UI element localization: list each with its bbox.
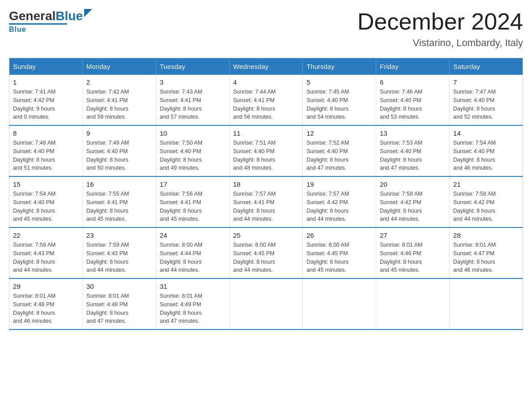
calendar-cell: 21 Sunrise: 7:58 AM Sunset: 4:42 PM Dayl…: [450, 176, 523, 227]
day-number: 12: [306, 129, 372, 137]
day-number: 11: [233, 129, 299, 137]
calendar-cell: 2 Sunrise: 7:42 AM Sunset: 4:41 PM Dayli…: [82, 75, 156, 125]
day-info: Sunrise: 7:51 AM Sunset: 4:40 PM Dayligh…: [233, 139, 299, 172]
day-number: 17: [160, 180, 226, 188]
calendar-cell: 24 Sunrise: 8:00 AM Sunset: 4:44 PM Dayl…: [156, 227, 229, 278]
day-number: 19: [306, 180, 372, 188]
day-info: Sunrise: 7:48 AM Sunset: 4:40 PM Dayligh…: [13, 139, 79, 172]
calendar-cell: 14 Sunrise: 7:54 AM Sunset: 4:40 PM Dayl…: [450, 125, 523, 176]
week-row-2: 8 Sunrise: 7:48 AM Sunset: 4:40 PM Dayli…: [9, 125, 523, 176]
day-header-sunday: Sunday: [9, 58, 83, 75]
calendar-cell: 23 Sunrise: 7:59 AM Sunset: 4:43 PM Dayl…: [82, 227, 156, 278]
day-info: Sunrise: 8:01 AM Sunset: 4:48 PM Dayligh…: [86, 292, 152, 325]
calendar-cell: 31 Sunrise: 8:01 AM Sunset: 4:49 PM Dayl…: [156, 278, 229, 330]
day-info: Sunrise: 7:47 AM Sunset: 4:40 PM Dayligh…: [453, 88, 519, 121]
calendar-cell: 12 Sunrise: 7:52 AM Sunset: 4:40 PM Dayl…: [303, 125, 376, 176]
day-info: Sunrise: 7:43 AM Sunset: 4:41 PM Dayligh…: [160, 88, 226, 121]
week-row-5: 29 Sunrise: 8:01 AM Sunset: 4:48 PM Dayl…: [9, 278, 523, 330]
day-number: 16: [86, 180, 152, 188]
day-info: Sunrise: 7:41 AM Sunset: 4:42 PM Dayligh…: [13, 88, 79, 121]
calendar-cell: 7 Sunrise: 7:47 AM Sunset: 4:40 PM Dayli…: [450, 75, 523, 125]
day-number: 25: [233, 231, 299, 239]
day-info: Sunrise: 8:00 AM Sunset: 4:44 PM Dayligh…: [160, 241, 226, 274]
day-info: Sunrise: 8:00 AM Sunset: 4:45 PM Dayligh…: [306, 241, 372, 274]
day-number: 18: [233, 180, 299, 188]
calendar-cell: 17 Sunrise: 7:56 AM Sunset: 4:41 PM Dayl…: [156, 176, 229, 227]
day-info: Sunrise: 8:01 AM Sunset: 4:48 PM Dayligh…: [13, 292, 79, 325]
calendar-cell: [450, 278, 523, 330]
day-number: 6: [380, 78, 446, 86]
calendar-cell: 13 Sunrise: 7:53 AM Sunset: 4:40 PM Dayl…: [376, 125, 450, 176]
day-number: 2: [86, 78, 152, 86]
day-info: Sunrise: 7:57 AM Sunset: 4:42 PM Dayligh…: [306, 190, 372, 223]
calendar-table: SundayMondayTuesdayWednesdayThursdayFrid…: [9, 58, 523, 330]
day-info: Sunrise: 7:54 AM Sunset: 4:40 PM Dayligh…: [453, 139, 519, 172]
day-info: Sunrise: 7:45 AM Sunset: 4:40 PM Dayligh…: [306, 88, 372, 121]
day-header-friday: Friday: [376, 58, 450, 75]
day-info: Sunrise: 7:50 AM Sunset: 4:40 PM Dayligh…: [160, 139, 226, 172]
day-info: Sunrise: 7:54 AM Sunset: 4:40 PM Dayligh…: [13, 190, 79, 223]
calendar-cell: 1 Sunrise: 7:41 AM Sunset: 4:42 PM Dayli…: [9, 75, 83, 125]
day-info: Sunrise: 8:00 AM Sunset: 4:45 PM Dayligh…: [233, 241, 299, 274]
page-header: General Blue Blue December 2024 Vistarin…: [9, 9, 523, 49]
day-number: 30: [86, 283, 152, 290]
day-number: 8: [13, 129, 79, 137]
calendar-cell: 11 Sunrise: 7:51 AM Sunset: 4:40 PM Dayl…: [229, 125, 303, 176]
day-info: Sunrise: 7:57 AM Sunset: 4:41 PM Dayligh…: [233, 190, 299, 223]
day-number: 4: [233, 78, 299, 86]
week-row-1: 1 Sunrise: 7:41 AM Sunset: 4:42 PM Dayli…: [9, 75, 523, 125]
day-number: 26: [306, 231, 372, 239]
calendar-cell: 22 Sunrise: 7:59 AM Sunset: 4:43 PM Dayl…: [9, 227, 83, 278]
day-number: 31: [160, 283, 226, 290]
day-number: 24: [160, 231, 226, 239]
day-info: Sunrise: 7:44 AM Sunset: 4:41 PM Dayligh…: [233, 88, 299, 121]
day-number: 9: [86, 129, 152, 137]
logo-tagline: Blue: [9, 26, 26, 34]
calendar-cell: 18 Sunrise: 7:57 AM Sunset: 4:41 PM Dayl…: [229, 176, 303, 227]
day-header-saturday: Saturday: [450, 58, 523, 75]
day-header-thursday: Thursday: [303, 58, 376, 75]
day-number: 23: [86, 231, 152, 239]
day-info: Sunrise: 7:55 AM Sunset: 4:41 PM Dayligh…: [86, 190, 152, 223]
calendar-cell: 26 Sunrise: 8:00 AM Sunset: 4:45 PM Dayl…: [303, 227, 376, 278]
day-info: Sunrise: 7:46 AM Sunset: 4:40 PM Dayligh…: [380, 88, 446, 121]
day-info: Sunrise: 7:59 AM Sunset: 4:43 PM Dayligh…: [86, 241, 152, 274]
day-number: 28: [453, 231, 519, 239]
day-info: Sunrise: 7:49 AM Sunset: 4:40 PM Dayligh…: [86, 139, 152, 172]
calendar-cell: 19 Sunrise: 7:57 AM Sunset: 4:42 PM Dayl…: [303, 176, 376, 227]
week-row-4: 22 Sunrise: 7:59 AM Sunset: 4:43 PM Dayl…: [9, 227, 523, 278]
calendar-cell: 15 Sunrise: 7:54 AM Sunset: 4:40 PM Dayl…: [9, 176, 83, 227]
week-row-3: 15 Sunrise: 7:54 AM Sunset: 4:40 PM Dayl…: [9, 176, 523, 227]
calendar-cell: [303, 278, 376, 330]
day-info: Sunrise: 7:58 AM Sunset: 4:42 PM Dayligh…: [453, 190, 519, 223]
day-info: Sunrise: 7:56 AM Sunset: 4:41 PM Dayligh…: [160, 190, 226, 223]
day-info: Sunrise: 7:59 AM Sunset: 4:43 PM Dayligh…: [13, 241, 79, 274]
calendar-cell: 28 Sunrise: 8:01 AM Sunset: 4:47 PM Dayl…: [450, 227, 523, 278]
calendar-cell: [229, 278, 303, 330]
day-header-tuesday: Tuesday: [156, 58, 229, 75]
calendar-cell: 3 Sunrise: 7:43 AM Sunset: 4:41 PM Dayli…: [156, 75, 229, 125]
day-info: Sunrise: 7:53 AM Sunset: 4:40 PM Dayligh…: [380, 139, 446, 172]
day-number: 13: [380, 129, 446, 137]
logo: General Blue Blue: [9, 9, 92, 34]
calendar-cell: 20 Sunrise: 7:58 AM Sunset: 4:42 PM Dayl…: [376, 176, 450, 227]
calendar-header-row: SundayMondayTuesdayWednesdayThursdayFrid…: [9, 58, 523, 75]
calendar-cell: 16 Sunrise: 7:55 AM Sunset: 4:41 PM Dayl…: [82, 176, 156, 227]
day-number: 10: [160, 129, 226, 137]
calendar-cell: 30 Sunrise: 8:01 AM Sunset: 4:48 PM Dayl…: [82, 278, 156, 330]
calendar-cell: 8 Sunrise: 7:48 AM Sunset: 4:40 PM Dayli…: [9, 125, 83, 176]
calendar-cell: [376, 278, 450, 330]
title-block: December 2024 Vistarino, Lombardy, Italy: [357, 9, 523, 49]
day-info: Sunrise: 7:52 AM Sunset: 4:40 PM Dayligh…: [306, 139, 372, 172]
calendar-cell: 4 Sunrise: 7:44 AM Sunset: 4:41 PM Dayli…: [229, 75, 303, 125]
day-info: Sunrise: 7:58 AM Sunset: 4:42 PM Dayligh…: [380, 190, 446, 223]
logo-blue-part: Blue: [56, 9, 92, 23]
calendar-cell: 10 Sunrise: 7:50 AM Sunset: 4:40 PM Dayl…: [156, 125, 229, 176]
day-number: 20: [380, 180, 446, 188]
day-number: 27: [380, 231, 446, 239]
day-header-monday: Monday: [82, 58, 156, 75]
calendar-cell: 29 Sunrise: 8:01 AM Sunset: 4:48 PM Dayl…: [9, 278, 83, 330]
day-number: 3: [160, 78, 226, 86]
day-number: 21: [453, 180, 519, 188]
day-header-wednesday: Wednesday: [229, 58, 303, 75]
